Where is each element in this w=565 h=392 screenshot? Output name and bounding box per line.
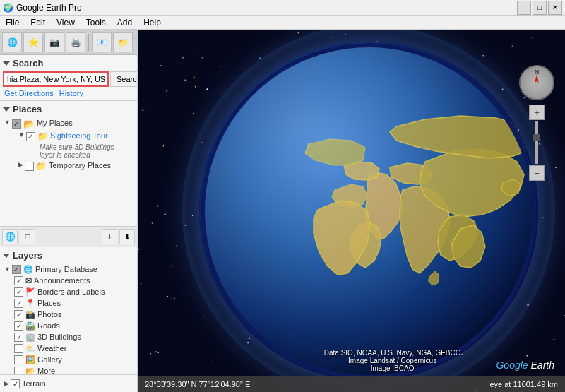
borders-icon: 🚩 (25, 287, 35, 297)
toolbar-email-btn[interactable]: 📧 (92, 32, 112, 52)
menu-bar: File Edit View Tools Add Help (0, 16, 565, 30)
nav-zoom-track[interactable] (535, 121, 538, 164)
menu-view[interactable]: View (54, 17, 78, 28)
search-title: Search (13, 58, 43, 69)
eye-altitude-display: eye at 11001.49 km (489, 380, 558, 388)
toolbar-sep1 (88, 34, 89, 51)
places-header: Places (3, 104, 134, 114)
minimize-button[interactable]: — (517, 1, 531, 15)
places-collapse-arrow[interactable] (3, 107, 10, 112)
search-input[interactable] (3, 71, 109, 87)
layers-collapse-arrow[interactable] (3, 254, 10, 258)
google-earth-text: Earth (531, 360, 554, 371)
menu-tools[interactable]: Tools (83, 17, 109, 28)
compass-ring[interactable]: N (519, 65, 554, 100)
layer-more: 📂 More (3, 365, 134, 374)
my-places-expand[interactable]: ▼ (4, 119, 11, 126)
close-button[interactable]: ✕ (548, 1, 562, 15)
gallery-checkbox[interactable] (14, 355, 23, 364)
ctrl-square-btn[interactable]: □ (20, 229, 35, 244)
toolbar-globe-btn[interactable]: 🌐 (2, 32, 22, 52)
svg-marker-5 (535, 83, 539, 91)
announcements-checkbox[interactable] (14, 276, 23, 285)
coords-bar: 28°33'39.30" N 77°12'04.98" E eye at 110… (138, 376, 565, 392)
layer-photos: 📸 Photos (3, 309, 134, 320)
toolbar-print-btn[interactable]: 🖨️ (66, 32, 85, 52)
tree-item-temp-places: ▶ 📁 Temporary Places (3, 161, 134, 171)
nav-compass: N + − (519, 65, 554, 181)
search-header: Search (3, 58, 134, 69)
map-tb-track-btn[interactable]: 📍 (161, 33, 181, 53)
get-directions-link[interactable]: Get Directions (4, 89, 54, 97)
globe (199, 42, 538, 381)
ctrl-add-btn[interactable]: + (102, 229, 117, 244)
more-checkbox[interactable] (14, 367, 23, 374)
nav-zoom-in-btn[interactable]: + (529, 105, 545, 120)
my-places-checkbox[interactable] (12, 119, 21, 129)
primary-db-expand[interactable]: ▼ (4, 266, 11, 273)
title-bar-left: 🌍 Google Earth Pro (3, 3, 82, 13)
toolbar-folder-btn[interactable]: 📁 (113, 32, 133, 52)
search-links: Get Directions History (3, 89, 134, 97)
announcements-icon: ✉ (25, 276, 32, 285)
places-title: Places (13, 104, 42, 114)
menu-add[interactable]: Add (114, 17, 135, 28)
toolbar-star-btn[interactable]: ⭐ (23, 32, 43, 52)
primary-db-label: Primary Database (35, 265, 97, 273)
terrain-checkbox[interactable] (11, 379, 20, 388)
primary-db-checkbox[interactable] (12, 265, 21, 274)
weather-checkbox[interactable] (14, 344, 23, 353)
temp-places-expand[interactable]: ▶ (18, 161, 23, 168)
sightseeing-label[interactable]: Sightseeing Tour (50, 131, 108, 140)
places-section: Places ▼ 📂 My Places ▼ 📁 Sightseeing Tou… (0, 101, 137, 226)
layer-roads: 🛣️ Roads (3, 320, 134, 331)
sightseeing-checkbox[interactable] (26, 132, 35, 141)
ctrl-globe-btn[interactable]: 🌐 (2, 229, 18, 244)
app-title: Google Earth Pro (16, 3, 82, 13)
temp-places-checkbox[interactable] (25, 162, 34, 171)
primary-db-icon: 🌐 (23, 265, 33, 274)
attribution-text2: Image Landsat / Copernicus (324, 357, 461, 364)
menu-edit[interactable]: Edit (28, 17, 48, 28)
announcements-label: Announcements (34, 276, 90, 285)
compass-n-label: N (535, 69, 540, 76)
coordinates-display: 28°33'39.30" N 77°12'04.98" E (145, 380, 250, 388)
nav-zoom-out-btn[interactable]: − (529, 165, 545, 181)
temp-places-label: Temporary Places (49, 161, 111, 170)
move-icon: ⬇ (124, 233, 130, 241)
toolbar-camera-btn[interactable]: 📷 (44, 32, 64, 52)
terrain-expand[interactable]: ▶ (4, 380, 9, 387)
maximize-button[interactable]: □ (533, 1, 547, 15)
map-area[interactable]: 🌍 📍 📌 ⬡ 〰 🗺️ 📏 ☀️ ✉ 🖨️ ▶ ⏺ (138, 30, 565, 392)
title-bar-controls[interactable]: — □ ✕ (517, 1, 562, 15)
places-layer-checkbox[interactable] (14, 299, 23, 308)
sightseeing-note: Make sure 3D Buildingslayer is checked (40, 143, 114, 159)
layer-primary-db: ▼ 🌐 Primary Database (3, 263, 134, 275)
ctrl-move-btn[interactable]: ⬇ (119, 229, 135, 244)
menu-help[interactable]: Help (141, 17, 164, 28)
attribution-text: Data SIO, NOAA, U.S. Navy, NGA, GEBCO (324, 349, 461, 357)
roads-checkbox[interactable] (14, 321, 23, 331)
more-icon: 📂 (25, 367, 35, 375)
photos-checkbox[interactable] (14, 310, 23, 319)
nav-zoom-thumb[interactable] (533, 134, 540, 141)
search-collapse-arrow[interactable] (3, 61, 10, 66)
3d-buildings-checkbox[interactable] (14, 333, 23, 342)
roads-icon: 🛣️ (25, 321, 35, 331)
search-button[interactable]: Search (110, 71, 138, 87)
terrain-section: ▶ Terrain (0, 374, 137, 392)
globe-container (199, 42, 538, 381)
weather-label: Weather (37, 344, 66, 352)
attribution: Data SIO, NOAA, U.S. Navy, NGA, GEBCO Im… (324, 349, 461, 372)
menu-file[interactable]: File (3, 17, 22, 28)
attribution-text3: Image IBCAO (324, 364, 461, 372)
history-link[interactable]: History (59, 89, 83, 97)
borders-label: Borders and Labels (37, 287, 105, 296)
map-tb-satellite-btn[interactable]: 🌍 (140, 33, 160, 53)
title-bar: 🌍 Google Earth Pro — □ ✕ (0, 0, 565, 16)
app-icon: 🌍 (3, 3, 13, 13)
sightseeing-expand[interactable]: ▼ (18, 131, 25, 138)
photos-label: Photos (37, 310, 61, 319)
borders-checkbox[interactable] (14, 287, 23, 297)
photos-icon: 📸 (25, 310, 35, 319)
